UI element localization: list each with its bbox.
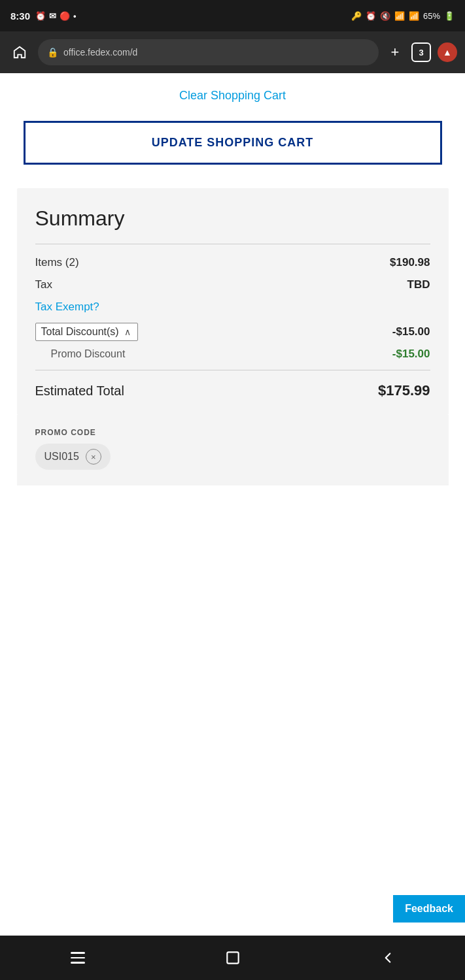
items-label: Items (2) bbox=[35, 256, 79, 269]
url-text: office.fedex.com/d bbox=[63, 47, 137, 57]
lock-icon: 🔒 bbox=[47, 47, 58, 57]
estimated-total-row: Estimated Total $175.99 bbox=[35, 382, 430, 399]
summary-divider-2 bbox=[35, 370, 430, 370]
email-icon: ✉ bbox=[49, 11, 56, 21]
discount-value: -$15.00 bbox=[392, 325, 430, 338]
bottom-nav-bar bbox=[0, 936, 465, 980]
promo-discount-label: Promo Discount bbox=[51, 348, 126, 360]
promo-discount-row: Promo Discount -$15.00 bbox=[35, 348, 430, 361]
menu-icon bbox=[71, 952, 85, 964]
nav-bar: 🔒 office.fedex.com/d + 3 ▲ bbox=[0, 31, 465, 73]
bottom-nav-home-button[interactable] bbox=[213, 945, 252, 971]
estimated-total-value: $175.99 bbox=[378, 382, 430, 399]
summary-box: Summary Items (2) $190.98 Tax TBD Tax Ex… bbox=[17, 188, 449, 415]
promo-code-tag: USI015 × bbox=[35, 444, 111, 470]
promo-code-remove-button[interactable]: × bbox=[86, 449, 101, 465]
up-arrow-icon: ▲ bbox=[443, 47, 452, 57]
discount-toggle-label: Total Discount(s) bbox=[41, 326, 119, 338]
profile-button[interactable]: ▲ bbox=[438, 42, 457, 62]
bottom-nav-back-button[interactable] bbox=[368, 945, 407, 971]
time-display: 8:30 bbox=[10, 10, 30, 22]
discount-section-row: Total Discount(s) ∧ -$15.00 bbox=[35, 323, 430, 341]
tax-value: TBD bbox=[407, 278, 430, 291]
key-icon: 🔑 bbox=[351, 11, 362, 21]
estimated-total-label: Estimated Total bbox=[35, 384, 124, 399]
summary-divider bbox=[35, 244, 430, 244]
promo-code-section: PROMO CODE USI015 × bbox=[17, 415, 449, 485]
promo-discount-value: -$15.00 bbox=[392, 348, 430, 361]
discount-toggle-button[interactable]: Total Discount(s) ∧ bbox=[35, 323, 138, 341]
dot-icon: • bbox=[73, 11, 77, 21]
status-right: 🔑 ⏰ 🔇 📶 📶 65% 🔋 bbox=[351, 11, 455, 21]
tax-label: Tax bbox=[35, 278, 52, 291]
home-button[interactable] bbox=[8, 41, 31, 64]
clear-cart-link[interactable]: Clear Shopping Cart bbox=[179, 89, 286, 103]
new-tab-button[interactable]: + bbox=[385, 44, 405, 61]
battery-icon: 🔋 bbox=[444, 11, 455, 21]
battery-text: 65% bbox=[423, 11, 440, 21]
back-arrow-icon bbox=[379, 949, 396, 966]
page-content: Clear Shopping Cart UPDATE SHOPPING CART… bbox=[0, 73, 465, 980]
wifi-icon: 📶 bbox=[394, 11, 405, 21]
items-value: $190.98 bbox=[390, 256, 430, 269]
signal-icon: 📶 bbox=[409, 11, 419, 21]
url-bar[interactable]: 🔒 office.fedex.com/d bbox=[38, 39, 379, 65]
mute-icon: 🔇 bbox=[380, 11, 390, 21]
update-cart-button[interactable]: UPDATE SHOPPING CART bbox=[24, 121, 442, 165]
alarm-icon: ⏰ bbox=[35, 11, 46, 21]
tab-count-button[interactable]: 3 bbox=[411, 42, 431, 62]
items-row: Items (2) $190.98 bbox=[35, 256, 430, 269]
nav-actions: + 3 ▲ bbox=[385, 42, 457, 62]
square-icon bbox=[224, 949, 241, 966]
tax-row: Tax TBD bbox=[35, 278, 430, 291]
chevron-up-icon: ∧ bbox=[124, 327, 131, 337]
alarm2-icon: ⏰ bbox=[366, 11, 376, 21]
status-bar: 8:30 ⏰ ✉ 🔴 • 🔑 ⏰ 🔇 📶 📶 65% 🔋 bbox=[0, 0, 465, 31]
feedback-button[interactable]: Feedback bbox=[393, 895, 465, 923]
svg-rect-0 bbox=[227, 952, 238, 963]
promo-code-label: PROMO CODE bbox=[35, 428, 430, 437]
status-icons-left: ⏰ ✉ 🔴 • bbox=[35, 11, 77, 21]
promo-code-text: USI015 bbox=[44, 451, 79, 463]
bottom-nav-menu-button[interactable] bbox=[58, 945, 97, 971]
notification-icon: 🔴 bbox=[60, 11, 70, 21]
tax-exempt-link[interactable]: Tax Exempt? bbox=[35, 301, 430, 314]
summary-title: Summary bbox=[35, 206, 430, 231]
